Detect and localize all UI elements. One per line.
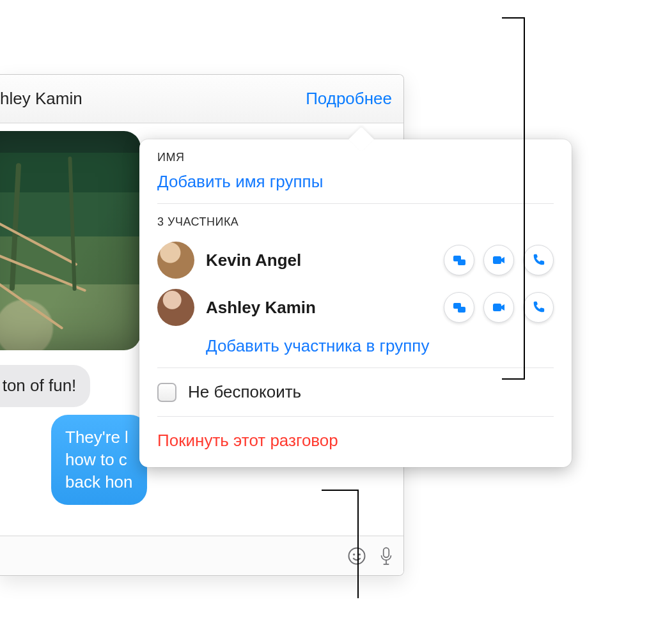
leave-row: Покинуть этот разговор bbox=[139, 417, 572, 467]
svg-rect-10 bbox=[458, 307, 465, 313]
screen-share-icon[interactable] bbox=[444, 245, 474, 275]
screen-share-icon[interactable] bbox=[444, 292, 474, 323]
svg-point-2 bbox=[359, 553, 361, 555]
svg-rect-8 bbox=[493, 256, 501, 264]
details-button[interactable]: Подробнее bbox=[306, 89, 392, 109]
group-name-section: ИМЯ Добавить имя группы bbox=[139, 139, 572, 203]
participant-actions bbox=[444, 292, 554, 323]
do-not-disturb-row: Не беспокоить bbox=[139, 368, 572, 416]
callout-line bbox=[502, 378, 525, 380]
participants-section-label: 3 УЧАСТНИКА bbox=[157, 215, 554, 229]
svg-rect-7 bbox=[458, 259, 465, 265]
titlebar: hley Kamin Подробнее bbox=[0, 75, 403, 123]
image-decoration bbox=[0, 227, 109, 350]
callout-line bbox=[524, 17, 525, 379]
avatar bbox=[157, 242, 194, 279]
svg-rect-3 bbox=[384, 548, 389, 557]
video-call-icon[interactable] bbox=[483, 292, 514, 323]
compose-bar bbox=[0, 536, 403, 575]
audio-call-icon[interactable] bbox=[523, 292, 554, 323]
participant-name: Kevin Angel bbox=[206, 251, 432, 270]
svg-rect-11 bbox=[493, 304, 501, 311]
leave-conversation-button[interactable]: Покинуть этот разговор bbox=[157, 431, 338, 450]
dictation-mic-icon[interactable] bbox=[378, 546, 395, 566]
participant-name: Ashley Kamin bbox=[206, 298, 432, 318]
audio-call-icon[interactable] bbox=[523, 245, 554, 275]
add-member-row: Добавить участника в группу bbox=[157, 331, 554, 356]
do-not-disturb-checkbox[interactable] bbox=[157, 383, 176, 402]
do-not-disturb-label: Не беспокоить bbox=[188, 382, 301, 402]
name-section-label: ИМЯ bbox=[157, 151, 554, 164]
details-popover: ИМЯ Добавить имя группы 3 УЧАСТНИКА Kevi… bbox=[139, 139, 572, 467]
video-call-icon[interactable] bbox=[483, 245, 514, 275]
add-group-name-button[interactable]: Добавить имя группы bbox=[157, 172, 554, 192]
callout-line bbox=[357, 490, 359, 598]
incoming-message-bubble: a ton of fun! bbox=[0, 365, 90, 407]
callout-line bbox=[502, 17, 525, 19]
participants-section: 3 УЧАСТНИКА Kevin Angel Ashley Kamin bbox=[139, 204, 572, 367]
avatar bbox=[157, 289, 194, 326]
image-attachment[interactable] bbox=[0, 131, 141, 350]
svg-point-0 bbox=[349, 548, 365, 564]
conversation-title: hley Kamin bbox=[0, 89, 82, 109]
add-member-button[interactable]: Добавить участника в группу bbox=[206, 336, 429, 355]
participant-row: Ashley Kamin bbox=[157, 284, 554, 331]
participant-row: Kevin Angel bbox=[157, 236, 554, 284]
participant-actions bbox=[444, 245, 554, 275]
emoji-picker-icon[interactable] bbox=[347, 546, 366, 566]
callout-line bbox=[322, 490, 359, 491]
message-input[interactable] bbox=[9, 545, 336, 568]
outgoing-message-bubble: They're l how to c back hon bbox=[51, 415, 147, 505]
svg-point-1 bbox=[353, 553, 355, 555]
